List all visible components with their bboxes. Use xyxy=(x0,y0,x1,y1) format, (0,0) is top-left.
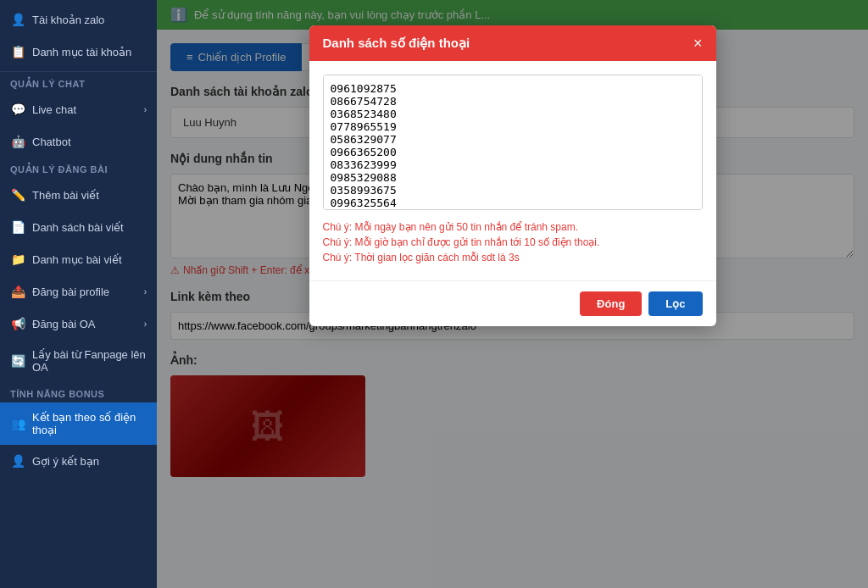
sidebar-item-dang-bai-profile[interactable]: 📤 Đăng bài profile › xyxy=(0,275,157,308)
folder-icon: 📁 xyxy=(10,252,25,267)
modal-header: Danh sách số điện thoại × xyxy=(309,25,716,61)
sidebar-item-label: Gợi ý kết bạn xyxy=(32,455,147,468)
list-icon: 📋 xyxy=(10,44,25,59)
modal-overlay: Danh sách số điện thoại × 0961092875 086… xyxy=(157,0,868,588)
sidebar-item-label: Đăng bài profile xyxy=(32,286,137,298)
sidebar-post-section: QUẢN LÝ ĐĂNG BÀI ✏️ Thêm bài viết 📄 Danh… xyxy=(0,158,157,382)
chat-icon: 💬 xyxy=(10,102,25,117)
edit-icon: ✏️ xyxy=(10,187,25,202)
sidebar-item-label: Tài khoản zalo xyxy=(32,14,147,26)
sidebar-item-danh-muc-tai-khoan[interactable]: 📋 Danh mục tài khoản xyxy=(0,36,157,68)
user-icon: 👤 xyxy=(10,12,25,27)
sidebar-item-them-bai-viet[interactable]: ✏️ Thêm bài viết xyxy=(0,179,157,211)
sidebar-item-label: Danh mục bài viết xyxy=(32,253,147,266)
sidebar-item-danh-sach-bai-viet[interactable]: 📄 Danh sách bài viết xyxy=(0,211,157,243)
broadcast-icon: 📢 xyxy=(10,316,25,331)
modal-close-button[interactable]: × xyxy=(693,36,703,51)
sidebar-item-dang-bai-oa[interactable]: 📢 Đăng bài OA › xyxy=(0,308,157,340)
chevron-right-icon: › xyxy=(144,319,147,329)
sidebar-chat-section: QUẢN LÝ CHAT 💬 Live chat › 🤖 Chatbot xyxy=(0,72,157,158)
sidebar-item-goi-y-ket-ban[interactable]: 👤 Gợi ý kết bạn xyxy=(0,445,157,477)
sidebar-item-label: Kết bạn theo số điện thoại xyxy=(32,411,147,436)
modal-note-2: Chú ý: Mỗi giờ bạn chỉ được gửi tin nhắn… xyxy=(323,236,703,248)
sidebar-item-lay-bai[interactable]: 🔄 Lấy bài từ Fanpage lên OA xyxy=(0,340,157,382)
document-icon: 📄 xyxy=(10,219,25,235)
sidebar-item-label: Danh mục tài khoản xyxy=(32,46,147,58)
phone-list-textarea[interactable]: 0961092875 0866754728 0368523480 0778965… xyxy=(323,75,703,210)
suggest-friend-icon: 👤 xyxy=(10,453,25,469)
modal-note-3: Chú ý: Thời gian lọc giãn cách mỗi sdt l… xyxy=(323,252,703,263)
sidebar-item-danh-muc-bai-viet[interactable]: 📁 Danh mục bài viết xyxy=(0,243,157,275)
chat-section-header: QUẢN LÝ CHAT xyxy=(0,72,157,93)
sidebar-item-label: Thêm bài viết xyxy=(32,189,147,202)
bonus-section-header: TÍNH NĂNG BONUS xyxy=(0,382,157,402)
chevron-right-icon: › xyxy=(144,105,147,114)
sidebar-item-label: Đăng bài OA xyxy=(32,318,137,330)
chevron-right-icon: › xyxy=(144,287,147,297)
sidebar-item-label: Lấy bài từ Fanpage lên OA xyxy=(32,348,147,374)
sidebar-item-label: Live chat xyxy=(32,103,137,116)
modal-notes: Chú ý: Mỗi ngày bạn nên gửi 50 tin nhắn … xyxy=(323,221,703,263)
sidebar-item-live-chat[interactable]: 💬 Live chat › xyxy=(0,93,157,125)
sidebar-item-label: Danh sách bài viết xyxy=(32,221,147,234)
sidebar-item-ket-ban-theo-so[interactable]: 👥 Kết bạn theo số điện thoại xyxy=(0,402,157,445)
modal-note-1: Chú ý: Mỗi ngày bạn nên gửi 50 tin nhắn … xyxy=(323,221,703,233)
main-content: ℹ️ Để sử dụng tính năng này, bạn vui lòn… xyxy=(157,0,868,588)
modal-title: Danh sách số điện thoại xyxy=(323,36,470,51)
modal-footer: Đóng Lọc xyxy=(309,280,716,326)
modal-body: 0961092875 0866754728 0368523480 0778965… xyxy=(309,61,716,280)
robot-icon: 🤖 xyxy=(10,134,25,149)
add-friends-icon: 👥 xyxy=(10,416,25,431)
loc-button[interactable]: Lọc xyxy=(648,291,702,316)
phone-list-modal: Danh sách số điện thoại × 0961092875 086… xyxy=(309,25,716,326)
sidebar-item-chatbot[interactable]: 🤖 Chatbot xyxy=(0,125,157,158)
sidebar-item-label: Chatbot xyxy=(32,136,147,148)
post-section-header: QUẢN LÝ ĐĂNG BÀI xyxy=(0,158,157,179)
upload-icon: 📤 xyxy=(10,284,25,299)
sidebar: 👤 Tài khoản zalo 📋 Danh mục tài khoản QU… xyxy=(0,0,157,588)
sidebar-bonus-section: TÍNH NĂNG BONUS 👥 Kết bạn theo số điện t… xyxy=(0,382,157,477)
sidebar-item-tai-khoan-zalo[interactable]: 👤 Tài khoản zalo xyxy=(0,3,157,36)
sync-icon: 🔄 xyxy=(10,353,25,369)
sidebar-top-section: 👤 Tài khoản zalo 📋 Danh mục tài khoản xyxy=(0,0,157,72)
dong-button[interactable]: Đóng xyxy=(580,291,642,316)
